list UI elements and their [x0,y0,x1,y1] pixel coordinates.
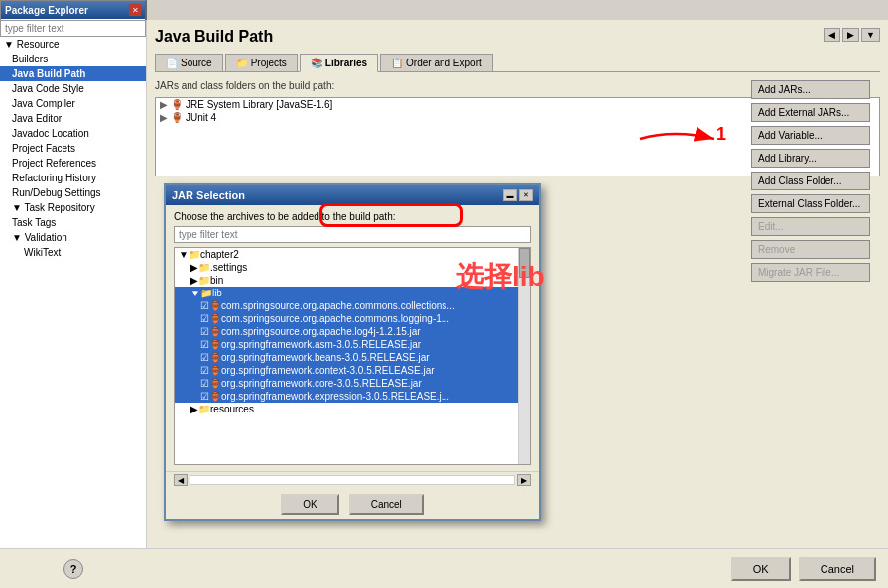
nav-forward-button[interactable]: ▶ [842,28,859,42]
add-library-button[interactable]: Add Library... [751,149,870,168]
item-label: com.springsource.org.apache.log4j-1.2.15… [221,326,421,337]
properties-help-area: ? [0,548,147,588]
tab-order-export[interactable]: 📋 Order and Export [380,54,493,71]
prop-item-project-references[interactable]: Project References [0,156,146,171]
tab-libraries[interactable]: 📚 Libraries [300,54,378,72]
checkbox: ☑ [200,300,209,311]
jar-icon: 🏺 [209,326,221,337]
jar-expand-icon: ▶ [160,99,168,110]
expand-icon: ▶ [190,404,198,414]
prop-item-task-tags[interactable]: Task Tags [0,215,146,230]
package-explorer-close-button[interactable]: ✕ [129,4,141,16]
prop-item-java-compiler[interactable]: Java Compiler [0,96,146,111]
add-class-folder-button[interactable]: Add Class Folder... [751,172,870,190]
hscroll-track[interactable] [190,475,515,485]
jar-tree-lib[interactable]: ▼ 📁 lib [175,287,530,299]
prop-item-wikitext[interactable]: WikiText [0,245,146,260]
folder-icon: 📁 [198,262,210,273]
jar-dialog-ok-button[interactable]: OK [281,494,338,515]
folder-icon: 📁 [200,288,212,298]
prop-item-java-code-style[interactable]: Java Code Style [0,81,146,96]
item-label: .settings [210,262,247,273]
item-label: bin [210,275,223,286]
jar-tree-area[interactable]: ▼ 📁 chapter2 ▶ 📁 .settings ▶ 📁 bin ▼ 📁 [174,247,531,465]
jar-dialog-hscroll-bar: ◀ ▶ [166,471,539,488]
add-external-jars-button[interactable]: Add External JARs... [751,103,870,122]
jar-tree-bin[interactable]: ▶ 📁 bin [175,274,530,287]
prop-item-resource[interactable]: ▼ Resource [0,37,146,52]
jar-selection-title-bar: JAR Selection ▬ ✕ [166,185,539,205]
prop-item-javadoc-location[interactable]: Javadoc Location [0,126,146,141]
jar-tree-settings[interactable]: ▶ 📁 .settings [175,261,530,274]
prop-item-project-facets[interactable]: Project Facets [0,141,146,156]
jar-icon: 🏺 [209,339,221,350]
add-jars-button[interactable]: Add JARs... [751,80,870,99]
java-build-path-title: Java Build Path [155,28,880,46]
checkbox: ☑ [200,339,209,350]
remove-button[interactable]: Remove [751,240,870,259]
order-export-tab-icon: 📋 [391,58,403,68]
jar-tree-jar4[interactable]: ☑ 🏺 org.springframework.asm-3.0.5.RELEAS… [175,338,530,351]
item-label: com.springsource.org.apache.commons.logg… [221,313,449,324]
external-class-folder-button[interactable]: External Class Folder... [751,194,870,213]
jar-icon: 🏺 [209,300,221,311]
jar-icon: 🏺 [209,391,221,402]
prop-item-java-editor[interactable]: Java Editor [0,111,146,126]
nav-back-button[interactable]: ◀ [824,28,840,42]
prop-item-java-build-path[interactable]: Java Build Path [0,66,146,81]
item-label: org.springframework.context-3.0.5.RELEAS… [221,365,435,376]
jar-choose-label: Choose the archives to be added to the b… [174,211,531,222]
properties-cancel-button[interactable]: Cancel [799,557,876,581]
item-label: org.springframework.asm-3.0.5.RELEASE.ja… [221,339,421,350]
checkbox: ☑ [200,326,209,337]
jar-tree-resources[interactable]: ▶ 📁 resources [175,403,530,415]
properties-ok-button[interactable]: OK [731,557,791,581]
jar-filter-input[interactable] [174,226,531,243]
hscroll-left-button[interactable]: ◀ [174,474,188,486]
jar-tree-jar5[interactable]: ☑ 🏺 org.springframework.beans-3.0.5.RELE… [175,351,530,364]
prop-item-run-debug[interactable]: Run/Debug Settings [0,185,146,200]
properties-filter-input[interactable] [0,20,146,37]
prop-item-task-repo[interactable]: ▼ Task Repository [0,200,146,215]
jar-dialog-minimize-button[interactable]: ▬ [503,189,517,201]
build-path-tab-bar: 📄 Source 📁 Projects 📚 Libraries 📋 Order … [155,54,880,72]
prop-item-refactoring-history[interactable]: Refactoring History [0,171,146,185]
jar-tree-chapter2[interactable]: ▼ 📁 chapter2 [175,248,530,261]
jar-tree-jar8[interactable]: ☑ 🏺 org.springframework.expression-3.0.5… [175,390,530,403]
checkbox: ☑ [200,352,209,363]
folder-icon: 📁 [189,249,200,260]
expand-icon: ▼ [179,249,189,260]
libraries-tab-icon: 📚 [311,58,322,68]
migrate-jar-button[interactable]: Migrate JAR File... [751,263,870,282]
jar-selection-title-text: JAR Selection [172,189,245,201]
jar-dialog-content: Choose the archives to be added to the b… [166,205,539,471]
jar-icon: 🏺 [209,352,221,363]
hscroll-right-button[interactable]: ▶ [517,474,531,486]
prop-item-validation[interactable]: ▼ Validation [0,230,146,245]
add-variable-button[interactable]: Add Variable... [751,126,870,145]
jar-dialog-close-button[interactable]: ✕ [519,189,533,201]
item-label: com.springsource.org.apache.commons.coll… [221,300,455,311]
properties-dialog-bottom: OK Cancel [147,548,888,588]
jar-icon: 🏺 [209,365,221,376]
jar-tree-jar3[interactable]: ☑ 🏺 com.springsource.org.apache.log4j-1.… [175,325,530,338]
tab-source[interactable]: 📄 Source [155,54,223,71]
jar-tree-jar1[interactable]: ☑ 🏺 com.springsource.org.apache.commons.… [175,299,530,312]
package-explorer-title-text: Package Explorer [5,5,88,16]
prop-item-builders[interactable]: Builders [0,52,146,66]
jar-icon: 🏺 [171,99,183,110]
help-button[interactable]: ? [63,559,83,579]
tab-projects[interactable]: 📁 Projects [225,54,298,71]
nav-down-button[interactable]: ▼ [861,28,880,42]
jar-dialog-window-buttons: ▬ ✕ [503,189,533,201]
jar-tree-jar6[interactable]: ☑ 🏺 org.springframework.context-3.0.5.RE… [175,364,530,377]
jar-icon: 🏺 [209,313,221,324]
jar-tree-scrollbar[interactable] [518,248,530,464]
edit-button[interactable]: Edit... [751,217,870,236]
jar-tree-jar2[interactable]: ☑ 🏺 com.springsource.org.apache.commons.… [175,312,530,325]
checkbox: ☑ [200,378,209,389]
jar-tree-scrollbar-thumb[interactable] [519,248,530,278]
jar-dialog-cancel-button[interactable]: Cancel [349,494,424,515]
jar-tree-jar7[interactable]: ☑ 🏺 org.springframework.core-3.0.5.RELEA… [175,377,530,390]
jar-label: JUnit 4 [186,112,216,123]
